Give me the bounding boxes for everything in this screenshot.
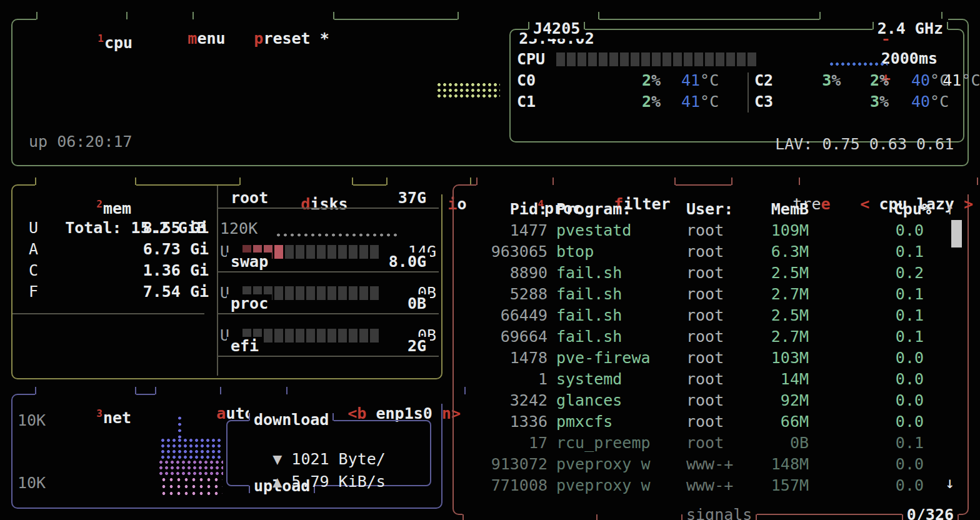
process-row[interactable]: 5288fail.shroot2.7M0.1	[452, 284, 966, 305]
process-row[interactable]: 1477pvestatdroot109M0.0	[452, 220, 966, 241]
selection-count: 0/326	[902, 505, 959, 520]
process-cpu: 0.1	[869, 284, 924, 305]
process-mem: 148M	[738, 454, 809, 475]
core-label: C1	[517, 91, 536, 112]
meter-segment	[328, 286, 336, 300]
process-cpu-graph	[820, 422, 872, 428]
process-row[interactable]: 1336pmxcfsroot66M0.0	[452, 411, 966, 432]
core-usage-graph	[789, 79, 851, 89]
net-box-title: 3net	[35, 384, 136, 404]
net-scale-bottom: 10K	[18, 472, 46, 494]
process-cpu-graph	[820, 486, 872, 492]
core-temp: 40°C	[911, 91, 949, 112]
disk-size: 8.0G	[385, 252, 430, 271]
meter-segment	[349, 329, 358, 342]
load-average-values: 0.75 0.63 0.61	[822, 135, 954, 153]
process-pid: 913072	[475, 454, 548, 475]
cpu-temp-graph	[829, 61, 888, 67]
process-cpu-graph	[820, 465, 872, 471]
mem-row-value: 8.55 Gi	[94, 218, 209, 239]
upload-arrow-icon: ▲	[272, 472, 282, 491]
meter-segment	[338, 245, 347, 259]
core-usage-graph	[552, 100, 615, 110]
process-cpu: 0.0	[869, 348, 924, 369]
meter-segment	[370, 286, 379, 300]
column-header-program[interactable]: Program:	[556, 199, 631, 220]
process-mem: 2.5M	[738, 305, 809, 326]
process-name: fail.sh	[556, 284, 622, 305]
process-pid: 1477	[475, 220, 548, 241]
net-box-number: 3	[96, 408, 102, 419]
process-user: root	[686, 348, 724, 369]
process-cpu-graph	[820, 295, 872, 301]
net-scale-top: 10K	[18, 410, 46, 431]
meter-segment	[317, 245, 326, 259]
meter-segment	[317, 329, 326, 342]
mem-box-title: 2mem	[35, 174, 136, 194]
disk-separator-line	[217, 356, 439, 357]
meter-segment	[567, 52, 576, 66]
process-cpu: 0.1	[869, 432, 924, 454]
meter-segment	[296, 286, 304, 300]
filter-button[interactable]: filter	[552, 174, 676, 194]
process-row[interactable]: 69664fail.shroot2.7M0.1	[452, 326, 966, 348]
meter-segment	[641, 52, 650, 66]
meter-segment	[338, 329, 347, 342]
process-cpu: 0.1	[869, 305, 924, 326]
meter-segment	[588, 52, 597, 66]
cpu-frequency-label: 2.4 GHz	[872, 19, 948, 39]
process-cpu: 0.0	[869, 220, 924, 241]
process-row[interactable]: 913072pveproxy wwww-+148M0.0	[452, 454, 966, 475]
meter-segment	[306, 329, 315, 342]
meter-segment	[599, 52, 608, 66]
load-average-label: LAV:	[775, 135, 812, 153]
meter-segment	[338, 286, 347, 300]
process-name: rcu_preemp	[556, 432, 651, 454]
process-row[interactable]: 3242glancesroot92M0.0	[452, 390, 966, 411]
process-user: root	[686, 390, 724, 411]
meter-segment	[370, 245, 379, 259]
column-header-mem[interactable]: MemB	[738, 199, 809, 220]
sort-next-button[interactable]: >	[964, 195, 973, 213]
column-header-user[interactable]: User:	[686, 199, 733, 220]
meter-segment	[328, 329, 336, 342]
load-average: LAV: 0.75 0.63 0.61	[738, 112, 954, 176]
process-row[interactable]: 963065btoproot6.3M0.1	[452, 241, 966, 262]
mem-row-label: U	[29, 218, 38, 239]
signals-button[interactable]: signals	[681, 505, 757, 520]
process-row[interactable]: 1478pve-firewaroot103M0.0	[452, 348, 966, 369]
process-row[interactable]: 1systemdroot14M0.0	[452, 369, 966, 390]
process-pid: 5288	[475, 284, 548, 305]
process-row[interactable]: 66449fail.shroot2.5M0.1	[452, 305, 966, 326]
disk-io-graph	[275, 232, 400, 238]
column-header-cpu[interactable]: Cpu%	[869, 199, 931, 220]
disk-size: 0B	[404, 294, 430, 313]
meter-segment	[306, 286, 315, 300]
core-percent: 2%	[850, 70, 889, 91]
mem-row-value: 6.73 Gi	[94, 239, 209, 260]
process-cpu: 0.0	[869, 454, 924, 475]
meter-segment	[609, 52, 618, 66]
core-usage-graph	[789, 100, 851, 110]
preset-button[interactable]: preset *	[192, 9, 334, 29]
process-row[interactable]: 17rcu_preemproot0B0.1	[452, 432, 966, 454]
disk-name: proc	[227, 294, 272, 313]
meter-segment	[359, 329, 368, 342]
download-graph	[160, 438, 222, 460]
scroll-up-arrow[interactable]: ↑	[945, 199, 954, 220]
process-mem: 109M	[738, 220, 809, 241]
process-cpu: 0.0	[869, 475, 924, 496]
process-pid: 66449	[475, 305, 548, 326]
column-header-pid[interactable]: Pid:	[475, 199, 548, 220]
process-cpu: 0.2	[869, 262, 924, 284]
process-pid: 771008	[475, 475, 548, 496]
meter-segment	[296, 329, 304, 342]
process-row[interactable]: 8890fail.shroot2.5M0.2	[452, 262, 966, 284]
process-row[interactable]: 771008pveproxy wwww-+157M0.0	[452, 475, 966, 496]
core-label: C3	[754, 91, 773, 112]
process-cpu: 0.0	[869, 390, 924, 411]
disk-io-value: 120K	[220, 218, 258, 239]
mem-panel-bottom-line	[12, 313, 204, 314]
process-user: root	[686, 262, 724, 284]
net-interface-selector[interactable]: <b enp1s0 n>	[286, 384, 466, 404]
